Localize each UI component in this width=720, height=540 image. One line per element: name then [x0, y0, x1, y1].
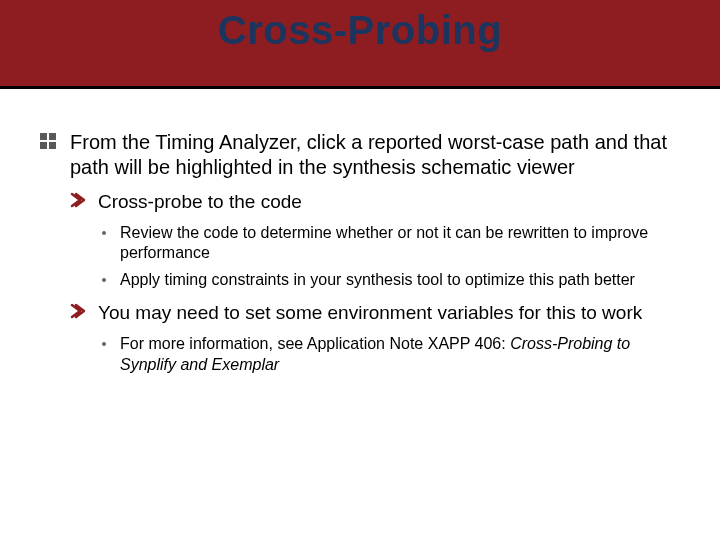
lvl3-text-prefix: For more information, see Application No… [120, 335, 510, 352]
lvl2-text: Cross-probe to the code [98, 191, 302, 212]
chevron-icon [70, 303, 86, 319]
content-area: From the Timing Analyzer, click a report… [40, 130, 680, 381]
dot-bullet-icon [102, 278, 106, 282]
chevron-icon [70, 192, 86, 208]
lvl3-text: Review the code to determine whether or … [120, 224, 648, 262]
dot-bullet-icon [102, 231, 106, 235]
slide: Cross-Probing From the Timing Analyzer, … [0, 0, 720, 540]
lvl2-text: You may need to set some environment var… [98, 302, 642, 323]
lvl1-text: From the Timing Analyzer, click a report… [70, 131, 667, 178]
dot-bullet-icon [102, 342, 106, 346]
bullet-level1: From the Timing Analyzer, click a report… [40, 130, 680, 180]
four-square-bullet-icon [40, 133, 58, 151]
bullet-level2: Cross-probe to the code [70, 190, 680, 215]
lvl3-text: Apply timing constraints in your synthes… [120, 271, 635, 288]
bullet-level3: Apply timing constraints in your synthes… [102, 270, 680, 291]
bullet-level2: You may need to set some environment var… [70, 301, 680, 326]
slide-title: Cross-Probing [0, 0, 720, 60]
bullet-level3: Review the code to determine whether or … [102, 223, 680, 265]
bullet-level3: For more information, see Application No… [102, 334, 680, 376]
